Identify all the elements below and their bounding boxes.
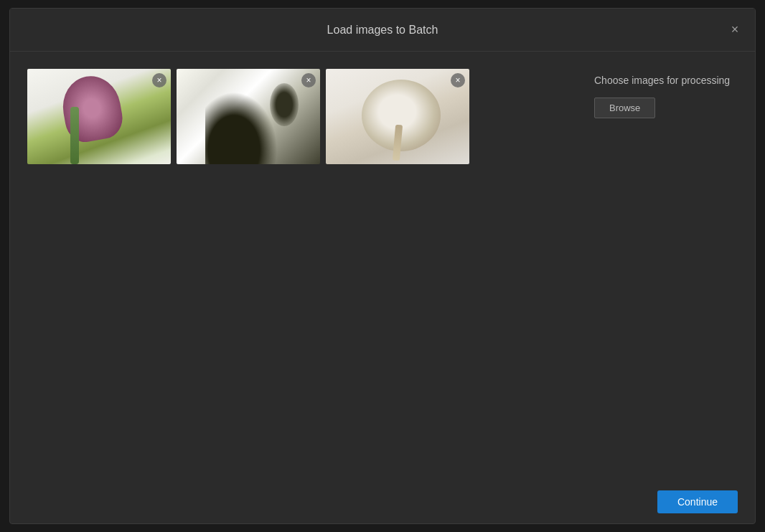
sidebar: Choose images for processing Browse bbox=[594, 69, 738, 463]
thumbnail-remove-button[interactable]: × bbox=[451, 73, 465, 87]
thumbnail-remove-button[interactable]: × bbox=[301, 73, 316, 87]
choose-images-label: Choose images for processing bbox=[594, 75, 730, 86]
thumbnails-row: × × × bbox=[27, 69, 469, 164]
thumbnail-item: × bbox=[326, 69, 469, 164]
thumbnail-item: × bbox=[177, 69, 320, 164]
continue-button[interactable]: Continue bbox=[657, 490, 738, 513]
thumbnail-item: × bbox=[27, 69, 171, 164]
browse-button[interactable]: Browse bbox=[594, 98, 655, 118]
thumbnail-image-lollipop bbox=[326, 69, 469, 164]
thumbnail-image-tulip bbox=[27, 69, 171, 164]
thumbnail-image-shadow bbox=[177, 69, 320, 164]
dialog-body: × × × Choose images for processing Brows… bbox=[10, 52, 755, 480]
dialog-title: Load images to Batch bbox=[327, 24, 438, 37]
thumbnail-remove-button[interactable]: × bbox=[152, 73, 166, 87]
dialog-titlebar: Load images to Batch × bbox=[10, 9, 755, 52]
load-images-dialog: Load images to Batch × × × × bbox=[9, 8, 756, 524]
dialog-close-button[interactable]: × bbox=[726, 22, 743, 39]
dialog-footer: Continue bbox=[10, 480, 755, 523]
images-area: × × × bbox=[27, 69, 565, 463]
